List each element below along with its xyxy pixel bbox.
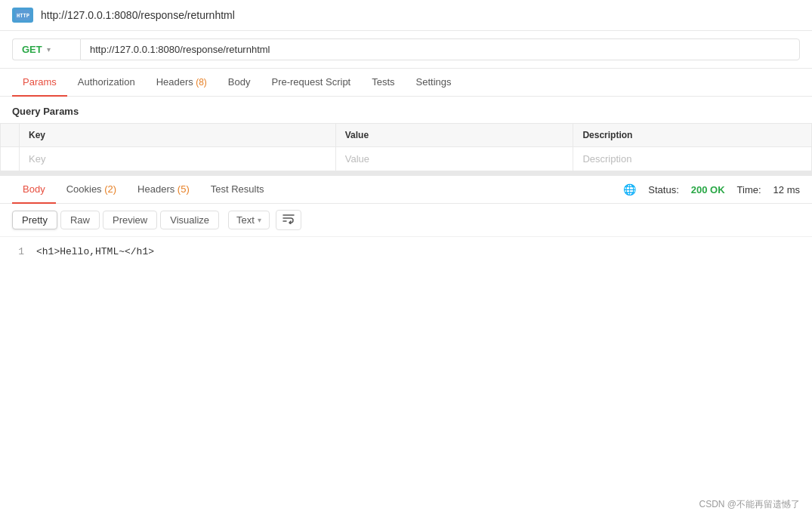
top-bar: HTTP http://127.0.0.1:8080/response/retu…	[0, 0, 812, 31]
top-bar-url: http://127.0.0.1:8080/response/returnhtm…	[41, 9, 235, 21]
type-selector[interactable]: Text ▾	[228, 211, 270, 229]
code-content: <h1>Hello,HTML~</h1>	[36, 246, 154, 257]
response-tab-body[interactable]: Body	[12, 176, 56, 204]
table-row: Key Value Description	[1, 147, 812, 171]
request-tabs: Params Authorization Headers (8) Body Pr…	[0, 69, 812, 97]
tab-tests[interactable]: Tests	[361, 69, 405, 97]
preview-button[interactable]: Preview	[103, 211, 157, 229]
type-label: Text	[236, 214, 255, 226]
method-selector[interactable]: GET ▾	[12, 38, 80, 60]
url-input[interactable]	[80, 38, 800, 60]
response-body: 1 <h1>Hello,HTML~</h1>	[0, 237, 812, 266]
value-col-header: Value	[335, 124, 573, 147]
params-table: Key Value Description Key Value Descript…	[0, 123, 812, 171]
request-row: GET ▾	[0, 31, 812, 69]
method-label: GET	[22, 44, 42, 55]
tab-headers[interactable]: Headers (8)	[146, 69, 218, 97]
tab-params[interactable]: Params	[12, 69, 67, 97]
visualize-button[interactable]: Visualize	[160, 211, 219, 229]
time-label: Time:	[737, 184, 761, 195]
footer-text: CSDN @不能再留遗憾了	[699, 499, 800, 509]
response-tab-headers[interactable]: Headers (5)	[127, 176, 200, 204]
line-number: 1	[12, 246, 24, 257]
response-tabs-row: Body Cookies (2) Headers (5) Test Result…	[0, 176, 812, 204]
tab-authorization[interactable]: Authorization	[67, 69, 146, 97]
tab-pre-request-script[interactable]: Pre-request Script	[261, 69, 361, 97]
value-cell[interactable]: Value	[335, 147, 573, 171]
raw-button[interactable]: Raw	[60, 211, 100, 229]
wrap-button[interactable]	[276, 210, 301, 230]
tab-body[interactable]: Body	[218, 69, 261, 97]
wrap-icon	[283, 214, 295, 224]
http-icon: HTTP	[12, 8, 33, 23]
chevron-down-icon: ▾	[47, 45, 51, 54]
row-checkbox-cell	[1, 147, 20, 171]
query-params-title: Query Params	[0, 97, 812, 123]
svg-text:HTTP: HTTP	[17, 13, 29, 19]
status-label: Status:	[648, 184, 678, 195]
time-value: 12 ms	[773, 184, 800, 195]
footer: CSDN @不能再留遗憾了	[699, 498, 800, 511]
description-cell[interactable]: Description	[573, 147, 812, 171]
format-toolbar: Pretty Raw Preview Visualize Text ▾	[0, 204, 812, 237]
response-tab-cookies[interactable]: Cookies (2)	[56, 176, 127, 204]
chevron-down-icon: ▾	[258, 216, 261, 224]
checkbox-col-header	[1, 124, 20, 147]
pretty-button[interactable]: Pretty	[12, 211, 57, 229]
key-cell[interactable]: Key	[20, 147, 336, 171]
response-status: 🌐 Status: 200 OK Time: 12 ms	[623, 183, 800, 195]
code-line: 1 <h1>Hello,HTML~</h1>	[12, 246, 800, 257]
response-section: Body Cookies (2) Headers (5) Test Result…	[0, 171, 812, 266]
status-value: 200 OK	[691, 184, 725, 195]
description-col-header: Description	[573, 124, 812, 147]
key-col-header: Key	[20, 124, 336, 147]
globe-icon: 🌐	[623, 183, 636, 195]
response-tab-test-results[interactable]: Test Results	[200, 176, 275, 204]
tab-settings[interactable]: Settings	[406, 69, 462, 97]
